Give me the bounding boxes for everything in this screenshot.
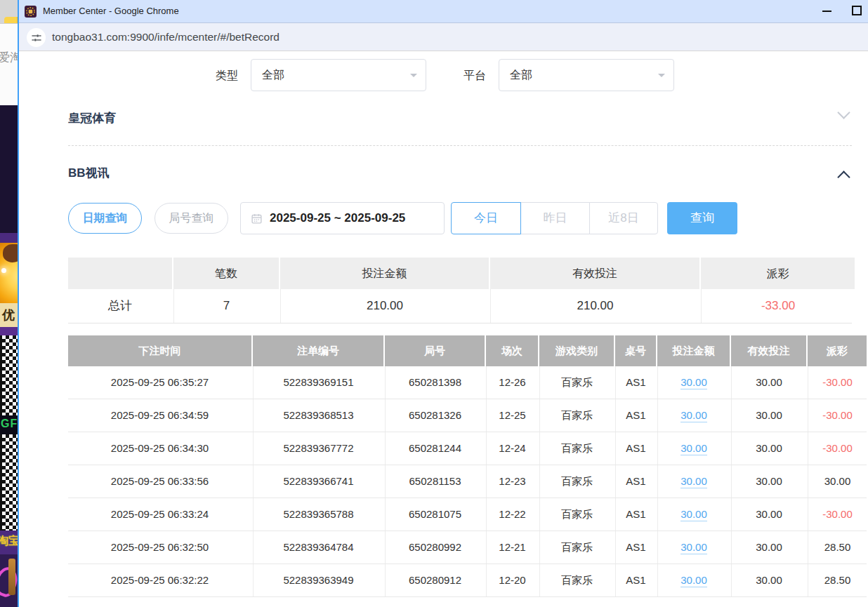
section-divider — [68, 145, 852, 146]
url-text[interactable]: tongbao31.com:9900/infe/mcenter/#/betRec… — [52, 23, 280, 51]
col-header-slip-number: 注单编号 — [253, 335, 383, 366]
background-text-gf: GF — [1, 418, 18, 430]
summary-header-payout: 派彩 — [701, 258, 855, 289]
type-filter-label: 类型 — [216, 69, 238, 84]
cell-bet-amount-link[interactable]: 30.00 — [657, 399, 730, 432]
page-content: 类型 全部 平台 全部 皇冠体育 BB视讯 日期查询 局号查询 — [19, 52, 868, 607]
site-settings-tune-icon[interactable] — [27, 28, 46, 47]
cell-session: 12-21 — [486, 531, 538, 563]
cell-payout: -30.00 — [808, 399, 867, 432]
query-button[interactable]: 查询 — [667, 202, 737, 234]
cell-payout: 28.50 — [808, 531, 867, 563]
section-crown-sports-title: 皇冠体育 — [68, 110, 116, 126]
section-bb-video-title: BB视讯 — [68, 165, 110, 181]
cell-round-number: 650281153 — [385, 465, 485, 498]
cell-slip-number: 522839369151 — [253, 366, 383, 399]
table-row: 2025-09-25 06:35:27522839369151650281398… — [68, 366, 867, 399]
background-text-taobao: 淘宝 — [0, 534, 18, 549]
gold-coin-banner — [0, 243, 18, 303]
cell-valid-bet: 30.00 — [731, 531, 806, 563]
cell-game-type: 百家乐 — [539, 366, 614, 399]
summary-total-row: 总计 7 210.00 210.00 -33.00 — [68, 289, 852, 323]
window-title: Member Center - Google Chrome — [43, 0, 179, 22]
minimize-button[interactable] — [822, 11, 831, 12]
cell-bet-amount-link[interactable]: 30.00 — [657, 498, 730, 531]
cell-round-number: 650281075 — [385, 498, 485, 531]
summary-header-blank — [68, 258, 172, 289]
cell-bet-amount-link[interactable]: 30.00 — [657, 531, 730, 563]
table-row: 2025-09-25 06:34:59522839368513650281326… — [68, 399, 867, 432]
cell-round-number: 650281326 — [385, 399, 485, 432]
cell-payout: -30.00 — [808, 432, 867, 465]
col-header-table-number: 桌号 — [615, 335, 656, 366]
cell-game-type: 百家乐 — [539, 399, 614, 432]
col-header-bet-amount: 投注金额 — [657, 335, 730, 366]
qr-code-bottom — [0, 434, 18, 531]
bet-table-body: 2025-09-25 06:35:27522839369151650281398… — [68, 366, 867, 597]
window-titlebar: Member Center - Google Chrome — [19, 0, 868, 23]
url-bar[interactable]: tongbao31.com:9900/infe/mcenter/#/betRec… — [19, 23, 868, 51]
bet-table-header: 下注时间 注单编号 局号 场次 游戏类别 桌号 投注金额 有效投注 派彩 — [68, 335, 867, 366]
background-desktop-strip: 爱淘 优 GF 淘宝 — [0, 0, 18, 607]
summary-table: 笔数 投注金额 有效投注 派彩 总计 7 210.00 210.00 -33.0… — [68, 258, 852, 323]
calendar-icon — [251, 213, 263, 225]
summary-valid-bet-value: 210.00 — [490, 289, 699, 323]
cell-session: 12-23 — [486, 465, 538, 498]
chrome-window: Member Center - Google Chrome tongbao31.… — [18, 0, 868, 607]
cell-bet-amount-link[interactable]: 30.00 — [657, 465, 730, 498]
cell-valid-bet: 30.00 — [731, 465, 806, 498]
cell-bet-amount-link[interactable]: 30.00 — [657, 366, 730, 399]
chevron-up-icon[interactable] — [839, 173, 848, 182]
cell-session: 12-26 — [486, 366, 538, 399]
cell-table-number: AS1 — [615, 465, 656, 498]
cell-slip-number: 522839367772 — [253, 432, 383, 465]
cell-slip-number: 522839363949 — [253, 564, 383, 596]
type-select[interactable]: 全部 — [251, 59, 426, 91]
col-header-payout: 派彩 — [808, 335, 867, 366]
cell-game-type: 百家乐 — [539, 564, 614, 596]
cell-bet-amount-link[interactable]: 30.00 — [657, 432, 730, 465]
table-row: 2025-09-25 06:33:24522839365788650281075… — [68, 498, 867, 531]
platform-select[interactable]: 全部 — [499, 59, 674, 91]
type-select-value: 全部 — [262, 69, 284, 81]
summary-header-row: 笔数 投注金额 有效投注 派彩 — [68, 258, 852, 289]
cell-session: 12-24 — [486, 432, 538, 465]
cell-slip-number: 522839365788 — [253, 498, 383, 531]
platform-select-value: 全部 — [510, 69, 532, 81]
cell-game-type: 百家乐 — [539, 498, 614, 531]
cell-bet-time: 2025-09-25 06:33:56 — [68, 465, 251, 498]
round-query-tab[interactable]: 局号查询 — [154, 203, 228, 234]
cell-bet-amount-link[interactable]: 30.00 — [657, 564, 730, 596]
cell-session: 12-22 — [486, 498, 538, 531]
cell-game-type: 百家乐 — [539, 432, 614, 465]
background-purple-band-2 — [0, 327, 18, 335]
yesterday-button[interactable]: 昨日 — [520, 202, 590, 234]
platform-filter-label: 平台 — [463, 69, 486, 84]
cell-round-number: 650280912 — [385, 564, 485, 596]
date-query-tab[interactable]: 日期查询 — [68, 203, 142, 234]
background-text-aitao: 爱淘 — [0, 51, 18, 65]
today-button[interactable]: 今日 — [451, 202, 521, 234]
cell-table-number: AS1 — [615, 399, 656, 432]
maximize-button[interactable] — [852, 6, 862, 15]
table-row: 2025-09-25 06:34:30522839367772650281244… — [68, 432, 867, 465]
summary-header-bet-amount: 投注金额 — [280, 258, 489, 289]
summary-header-count: 笔数 — [173, 258, 279, 289]
chevron-down-icon — [658, 74, 665, 81]
cell-bet-time: 2025-09-25 06:35:27 — [68, 366, 251, 399]
cell-round-number: 650281398 — [385, 366, 485, 399]
cell-table-number: AS1 — [615, 366, 656, 399]
cell-session: 12-25 — [486, 399, 538, 432]
date-range-value: 2025-09-25 ~ 2025-09-25 — [270, 211, 405, 225]
last-8-days-button[interactable]: 近8日 — [589, 202, 658, 234]
cell-session: 12-20 — [486, 564, 538, 596]
col-header-valid-bet: 有效投注 — [731, 335, 806, 366]
chevron-down-icon[interactable] — [839, 108, 848, 117]
cell-valid-bet: 30.00 — [731, 399, 806, 432]
cell-slip-number: 522839364784 — [253, 531, 383, 563]
table-row: 2025-09-25 06:32:22522839363949650280912… — [68, 564, 867, 597]
cell-bet-time: 2025-09-25 06:34:59 — [68, 399, 251, 432]
date-range-input[interactable]: 2025-09-25 ~ 2025-09-25 — [240, 202, 445, 234]
cell-valid-bet: 30.00 — [731, 366, 806, 399]
background-purple-band — [0, 233, 18, 243]
